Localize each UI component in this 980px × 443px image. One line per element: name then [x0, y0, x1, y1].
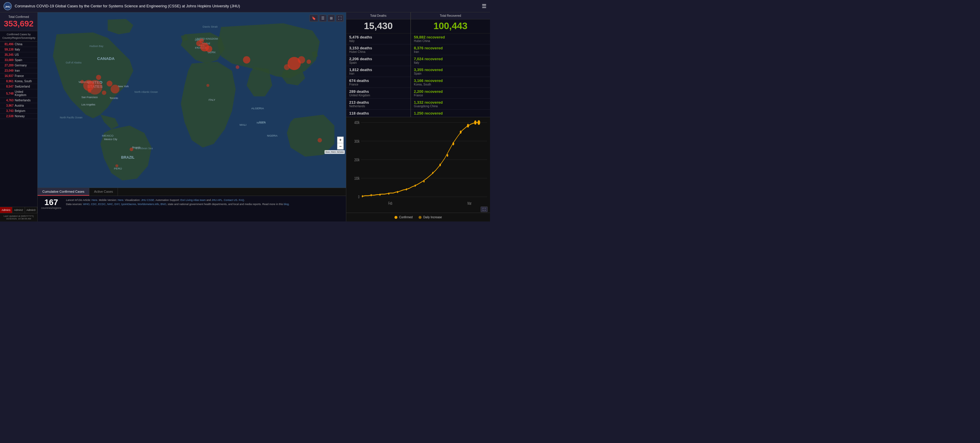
nhc-link[interactable]: NHC: [107, 203, 113, 206]
deaths-panel-header: Total Deaths: [346, 12, 410, 19]
country-item[interactable]: 59,138Italy: [0, 47, 37, 52]
countries-number: 167: [41, 198, 61, 206]
bno-link[interactable]: BNO: [161, 203, 166, 206]
map-svg: Davis Strait Hudson Bay Gulf of Alaska C…: [38, 12, 346, 188]
map-area[interactable]: Davis Strait Hudson Bay Gulf of Alaska C…: [38, 12, 346, 221]
svg-point-80: [452, 142, 454, 145]
header: JHU Coronavirus COVID-19 Global Cases by…: [0, 0, 490, 12]
svg-point-55: [206, 84, 209, 87]
expand-button[interactable]: ⛶: [336, 15, 344, 22]
header-title: Coronavirus COVID-19 Global Cases by the…: [15, 4, 240, 8]
country-item[interactable]: 3,967Austria: [0, 103, 37, 108]
list-button[interactable]: ☰: [319, 15, 326, 22]
legend-confirmed[interactable]: Confirmed: [395, 216, 413, 219]
admin-tab-2[interactable]: Admin2: [12, 207, 25, 213]
svg-point-81: [460, 130, 461, 134]
country-count: 4,763: [2, 99, 14, 102]
confirmed-label: Confirmed: [399, 216, 413, 219]
death-item: 118 deathsChina: [346, 110, 410, 114]
blog-link[interactable]: blog: [284, 203, 289, 206]
death-country: United Kingdom: [349, 94, 407, 97]
recovery-count: 2,200 recovered: [414, 89, 487, 94]
map-container[interactable]: Davis Strait Hudson Bay Gulf of Alaska C…: [38, 12, 346, 188]
country-name: Belgium: [15, 109, 25, 113]
tab-cumulative[interactable]: Cumulative Confirmed Cases: [38, 188, 89, 196]
svg-point-54: [236, 65, 239, 69]
1point3acres-link[interactable]: 1point3acres: [121, 203, 137, 206]
worldometers-link[interactable]: Worldometers.info: [138, 203, 159, 206]
admin-tab-1[interactable]: Admin1: [0, 207, 12, 213]
country-item[interactable]: 81,496China: [0, 42, 37, 47]
tab-active[interactable]: Active Cases: [89, 188, 118, 196]
grid-button[interactable]: ⊞: [328, 15, 335, 22]
country-item[interactable]: 8,547Switzerland: [0, 84, 37, 89]
zoom-out-button[interactable]: −: [337, 143, 344, 149]
ecdc-link[interactable]: ECDC: [98, 203, 106, 206]
country-name: United Kingdom: [15, 90, 35, 97]
svg-point-47: [298, 56, 305, 64]
death-country: Netherlands: [349, 105, 407, 108]
death-item: 3,153 deathsHubei China: [346, 44, 410, 55]
admin-tab-3[interactable]: Admin3: [25, 207, 37, 213]
country-item[interactable]: 35,345US: [0, 52, 37, 57]
country-count: 16,937: [2, 74, 14, 78]
svg-point-45: [200, 39, 204, 43]
country-item[interactable]: 27,289Germany: [0, 63, 37, 68]
country-item[interactable]: 23,049Iran: [0, 68, 37, 73]
svg-point-40: [96, 75, 101, 80]
jhu-logo: JHU: [3, 2, 12, 10]
country-item[interactable]: 2,538Norway: [0, 114, 37, 119]
country-item[interactable]: 4,763Netherlands: [0, 98, 37, 103]
who-link[interactable]: WHO: [83, 203, 90, 206]
country-item[interactable]: 8,961Korea, South: [0, 79, 37, 84]
article-link[interactable]: Here: [92, 198, 98, 202]
country-item[interactable]: 3,743Belgium: [0, 108, 37, 114]
esri-link[interactable]: Esri Living Atlas team: [180, 198, 206, 202]
country-name: Netherlands: [15, 99, 30, 102]
death-count: 674 deaths: [349, 78, 407, 83]
mobile-link[interactable]: Here: [118, 198, 124, 202]
contact-link[interactable]: Contact US: [224, 198, 237, 202]
hamburger-menu[interactable]: ☰: [482, 3, 487, 10]
recovered-total: 100,443: [411, 19, 490, 33]
country-count: 33,089: [2, 59, 14, 62]
map-bottom: Cumulative Confirmed Cases Active Cases …: [38, 188, 346, 221]
svg-text:Mexico City: Mexico City: [104, 138, 118, 141]
recovery-country: France: [414, 94, 487, 97]
country-name: Korea, South: [15, 79, 32, 83]
svg-point-39: [88, 89, 91, 92]
country-item[interactable]: 33,089Spain: [0, 57, 37, 63]
country-item[interactable]: 16,937France: [0, 73, 37, 79]
cdc-link[interactable]: CDC: [91, 203, 97, 206]
country-item[interactable]: 5,748United Kingdom: [0, 89, 37, 98]
svg-text:NIGERIA: NIGERIA: [267, 134, 277, 137]
jhu-apl-link[interactable]: JHU APL: [212, 198, 223, 202]
viz-link[interactable]: JHU CSSE: [141, 198, 154, 202]
svg-rect-56: [346, 117, 490, 213]
faq-link[interactable]: FAQ: [239, 198, 244, 202]
daily-increase-dot: [418, 216, 422, 219]
death-count: 213 deaths: [349, 100, 407, 105]
svg-text:MEXICO: MEXICO: [102, 134, 113, 137]
svg-text:200k: 200k: [355, 157, 360, 162]
svg-point-37: [107, 81, 113, 87]
recovered-panel-header: Total Recovered: [411, 12, 490, 19]
dxy-link[interactable]: DXY: [115, 203, 119, 206]
legend-daily-increase[interactable]: Daily Increase: [418, 216, 442, 219]
chart-expand-button[interactable]: ⛶: [480, 206, 488, 212]
zoom-in-button[interactable]: +: [337, 137, 344, 143]
death-item: 1,812 deathsIran: [346, 66, 410, 77]
bookmark-button[interactable]: 🔖: [310, 15, 318, 22]
svg-text:ALGERIA: ALGERIA: [251, 106, 264, 110]
last-updated: Last Updated at (M/D/YYYY) 3/23/2020, 10…: [0, 213, 37, 221]
info-line-2: Data sources: WHO, CDC, ECDC, NHC, DXY, …: [66, 202, 342, 206]
country-name: France: [15, 74, 24, 78]
svg-text:Toronto: Toronto: [110, 97, 118, 100]
recovery-count: 3,166 recovered: [414, 78, 487, 83]
svg-point-84: [478, 120, 480, 125]
death-count: 118 deaths: [349, 111, 407, 114]
recovered-panel: Total Recovered 100,443 59,882 recovered…: [410, 12, 490, 117]
last-updated-value: 3/23/2020, 10:38:06 AM: [2, 218, 35, 220]
death-country: Hubei China: [349, 50, 407, 54]
country-name: Germany: [15, 64, 27, 67]
